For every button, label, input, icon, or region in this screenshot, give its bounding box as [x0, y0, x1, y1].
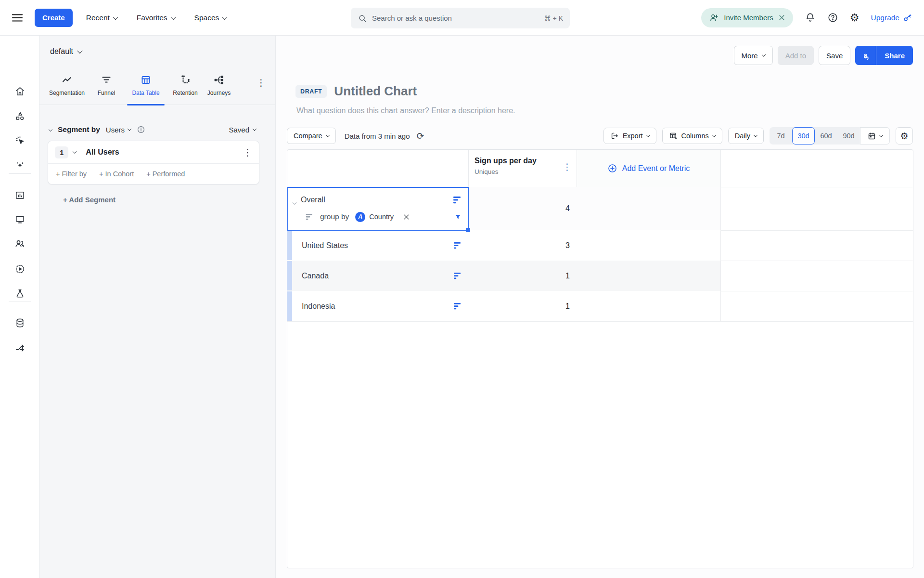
table-row-canada[interactable]: Canada 1 — [287, 261, 720, 291]
group-results-icon[interactable] — [454, 242, 462, 249]
menu-recent[interactable]: Recent — [86, 13, 117, 22]
close-icon[interactable] — [778, 14, 785, 21]
invite-members-pill[interactable]: Invite Members — [701, 8, 793, 27]
notifications-bell-icon[interactable] — [805, 12, 816, 23]
segment-name[interactable]: All Users — [86, 148, 119, 157]
cell-resize-handle[interactable] — [466, 228, 470, 232]
session-replay-icon[interactable] — [0, 261, 39, 277]
save-button[interactable]: Save — [819, 46, 850, 65]
custom-date-range-button[interactable] — [860, 127, 890, 144]
menu-spaces[interactable]: Spaces — [194, 13, 227, 22]
expand-chevron-icon[interactable] — [293, 200, 296, 204]
table-row-indonesia[interactable]: Indonesia 1 — [287, 291, 720, 321]
group-results-icon[interactable] — [453, 197, 462, 204]
copy-link-icon[interactable] — [855, 46, 876, 65]
range-7d[interactable]: 7d — [770, 127, 792, 144]
sparkles-icon[interactable] — [0, 157, 39, 173]
people-icon[interactable] — [0, 236, 39, 252]
add-event-or-metric-button[interactable]: Add Event or Metric — [577, 150, 720, 187]
range-30d-selected[interactable]: 30d — [792, 127, 815, 144]
range-60d[interactable]: 60d — [815, 127, 837, 144]
segment-entity-selector[interactable]: Users — [106, 126, 131, 134]
rail-divider — [9, 302, 31, 302]
collapse-chevron-icon[interactable] — [49, 128, 52, 131]
cursor-click-icon[interactable] — [0, 132, 39, 148]
experiment-icon[interactable] — [0, 285, 39, 302]
help-icon[interactable] — [827, 12, 838, 23]
chevron-down-icon — [879, 133, 883, 137]
group-by-property-pill[interactable]: A Country — [355, 212, 394, 222]
monitor-icon[interactable] — [0, 211, 39, 227]
chevron-down-icon[interactable] — [73, 149, 77, 153]
project-selector[interactable]: default — [50, 47, 82, 56]
refresh-icon[interactable]: ⟳ — [417, 131, 424, 141]
person-add-icon — [709, 13, 719, 23]
tab-segmentation[interactable]: Segmentation — [45, 71, 89, 105]
data-table-icon — [140, 74, 152, 86]
dashboard-icon[interactable] — [0, 187, 39, 203]
table-row-united-states[interactable]: United States 3 — [287, 230, 720, 261]
data-flow-icon[interactable] — [0, 340, 39, 356]
key-icon — [903, 13, 912, 23]
shapes-icon[interactable] — [0, 108, 39, 124]
segment-number-chip[interactable]: 1 — [55, 146, 68, 158]
database-icon[interactable] — [0, 315, 39, 331]
search-bar[interactable]: ⌘ + K — [351, 8, 570, 28]
more-chart-types-kebab-icon[interactable]: ⋮ — [252, 71, 270, 94]
line-chart-icon — [61, 74, 73, 86]
share-button[interactable]: Share — [855, 46, 913, 65]
chevron-down-icon — [754, 133, 757, 137]
search-input[interactable] — [372, 14, 539, 22]
home-icon[interactable] — [0, 83, 39, 99]
range-90d[interactable]: 90d — [837, 127, 860, 144]
info-icon[interactable] — [137, 125, 145, 134]
filter-group-icon[interactable] — [454, 213, 462, 221]
segment-card: 1 All Users ⋮ + Filter by + In Cohort + … — [48, 141, 259, 184]
saved-segments-selector[interactable]: Saved — [229, 126, 256, 134]
metric-column-header[interactable]: Sign ups per day Uniques ⋮ — [468, 150, 577, 187]
row-indicator-strip — [287, 291, 292, 321]
columns-icon — [669, 131, 678, 140]
segment-kebab-icon[interactable]: ⋮ — [243, 148, 252, 157]
chevron-down-icon — [222, 14, 228, 19]
upgrade-link[interactable]: Upgrade — [871, 13, 912, 23]
export-icon — [610, 131, 619, 140]
metric-name: Sign ups per day — [475, 157, 571, 165]
menu-favorites[interactable]: Favorites — [137, 13, 175, 22]
remove-group-by-icon[interactable] — [403, 213, 410, 221]
date-range-group: 7d 30d 60d 90d — [770, 127, 890, 144]
add-to-button[interactable]: Add to — [778, 46, 814, 65]
add-segment-button[interactable]: + Add Segment — [63, 196, 116, 204]
tab-funnel[interactable]: Funnel — [90, 71, 122, 105]
filter-by-button[interactable]: + Filter by — [56, 170, 87, 178]
group-results-icon[interactable] — [454, 273, 462, 279]
top-nav: Create Recent Favorites Spaces ⌘ + K Inv… — [0, 0, 924, 36]
row-indicator-strip — [287, 231, 292, 260]
chart-description-placeholder[interactable]: What question does this chart answer? En… — [296, 106, 515, 115]
hamburger-menu-icon[interactable] — [12, 13, 23, 23]
tab-retention[interactable]: Retention — [169, 71, 201, 105]
performed-button[interactable]: + Performed — [146, 170, 185, 178]
in-cohort-button[interactable]: + In Cohort — [99, 170, 134, 178]
overall-group-cell-selected[interactable]: Overall group by A Country — [287, 187, 469, 231]
more-button[interactable]: More — [734, 46, 773, 65]
funnel-chart-icon — [101, 74, 112, 86]
tab-journeys[interactable]: Journeys — [203, 71, 235, 105]
metric-kebab-icon[interactable]: ⋮ — [563, 162, 572, 171]
export-button[interactable]: Export — [603, 128, 656, 144]
segment-by-header: Segment by Users Saved — [49, 125, 256, 134]
group-results-icon[interactable] — [454, 303, 462, 310]
chart-controls-panel: default Segmentation Funnel Data Table R… — [39, 36, 276, 578]
chart-title[interactable]: Untitled Chart — [334, 84, 417, 99]
compare-button[interactable]: Compare — [287, 128, 336, 144]
chart-settings-button[interactable]: ⚙ — [896, 127, 913, 144]
group-by-bars-icon — [306, 214, 314, 220]
columns-button[interactable]: Columns — [662, 128, 722, 144]
settings-gear-icon[interactable]: ⚙ — [850, 13, 860, 23]
tab-data-table[interactable]: Data Table — [124, 71, 167, 105]
create-button[interactable]: Create — [35, 9, 73, 27]
table-header-row: Sign ups per day Uniques ⋮ Add Event or … — [287, 150, 913, 187]
chart-toolbar: Compare Data from 3 min ago ⟳ Export Col… — [287, 127, 913, 144]
granularity-button[interactable]: Daily — [728, 128, 764, 144]
rail-divider — [9, 173, 31, 174]
